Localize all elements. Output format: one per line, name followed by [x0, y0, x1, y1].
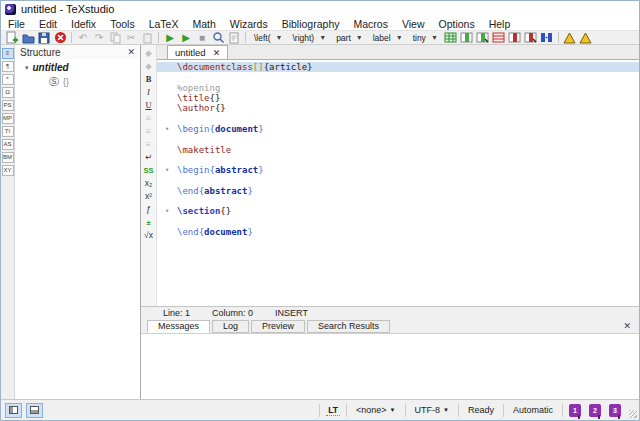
menu-math[interactable]: Math — [185, 18, 222, 30]
bottom-tab-preview[interactable]: Preview — [251, 320, 305, 333]
left-bracket-dropdown[interactable]: \left(▼ — [249, 31, 287, 44]
sidebar-tab-symbols-ps[interactable]: PS — [2, 100, 14, 111]
align-center-icon[interactable]: ≡ — [142, 125, 156, 137]
tree-item-section[interactable]: Ⓢ {} — [15, 75, 140, 89]
remove-table-column-icon[interactable] — [507, 31, 523, 45]
compile-mode-indicator[interactable]: Automatic — [510, 405, 556, 415]
encoding-dropdown[interactable]: UTF-8▼ — [412, 405, 452, 415]
bookmark-1-button[interactable]: 1 — [569, 404, 581, 417]
menu-macros[interactable]: Macros — [346, 18, 394, 30]
build-and-view-icon[interactable]: ▶ — [162, 31, 178, 45]
sidebar-tab-symbols-ti[interactable]: TI — [2, 126, 14, 137]
menu-options[interactable]: Options — [432, 18, 482, 30]
marker-next-icon[interactable]: ◆ — [142, 60, 156, 72]
sidebar-tab-symbols-most-used[interactable]: * — [2, 74, 14, 85]
fold-marker-icon[interactable]: ▾ — [157, 166, 177, 174]
paste-table-column-icon[interactable] — [475, 31, 491, 45]
sidebar-tab-symbols-greek[interactable]: Ω — [2, 87, 14, 98]
subscript-icon[interactable]: x₂ — [142, 177, 156, 189]
code-line[interactable]: ▾\section{} — [157, 206, 639, 216]
code-line[interactable]: ▾\begin{abstract} — [157, 165, 639, 175]
languagetool-indicator[interactable]: LT — [326, 405, 340, 416]
sqrt-icon[interactable]: √x — [142, 229, 156, 241]
fraction-icon[interactable]: ƒ — [142, 203, 156, 215]
code-line[interactable]: %opening — [157, 83, 639, 93]
tab-close-icon[interactable]: ✕ — [213, 48, 221, 58]
sidebar-tab-bookmarks[interactable]: ¶ — [2, 61, 14, 72]
underline-icon[interactable]: U — [142, 99, 156, 111]
bold-icon[interactable]: B — [142, 73, 156, 85]
view-icon[interactable] — [210, 31, 226, 45]
bottom-tab-messages[interactable]: Messages — [147, 320, 210, 333]
code-line[interactable] — [157, 72, 639, 82]
align-left-icon[interactable]: ≡ — [142, 112, 156, 124]
superscript-icon[interactable]: x² — [142, 190, 156, 202]
close-messages-icon[interactable]: ✕ — [623, 321, 631, 331]
cut-table-column-icon[interactable] — [523, 31, 539, 45]
code-line[interactable] — [157, 155, 639, 165]
bottom-tab-log[interactable]: Log — [212, 320, 249, 333]
code-line[interactable]: \end{abstract} — [157, 186, 639, 196]
sidebar-tab-symbols-as[interactable]: AS — [2, 139, 14, 150]
menu-edit[interactable]: Edit — [32, 18, 64, 30]
italic-icon[interactable]: I — [142, 86, 156, 98]
tree-item-root[interactable]: ▾ untitled — [15, 62, 140, 73]
undo-icon[interactable]: ↶ — [75, 31, 91, 45]
menu-latex[interactable]: LaTeX — [142, 18, 186, 30]
code-line[interactable]: \title{} — [157, 93, 639, 103]
paste-icon[interactable] — [139, 31, 155, 45]
marker-prev-icon[interactable]: ◆ — [142, 47, 156, 59]
right-bracket-dropdown[interactable]: \right)▼ — [287, 31, 331, 44]
code-line[interactable]: ▾\begin{document} — [157, 124, 639, 134]
open-file-icon[interactable] — [20, 31, 36, 45]
menu-tools[interactable]: Tools — [103, 18, 142, 30]
sidebar-tab-structure[interactable]: ≡ — [2, 48, 14, 59]
fontsize-dropdown[interactable]: tiny▼ — [408, 31, 443, 44]
code-line[interactable] — [157, 175, 639, 185]
close-icon[interactable]: ✕ — [127, 47, 135, 57]
code-line[interactable]: \author{} — [157, 103, 639, 113]
add-table-column-icon[interactable] — [459, 31, 475, 45]
prev-warning-icon[interactable] — [578, 31, 594, 45]
code-line[interactable] — [157, 113, 639, 123]
code-line[interactable] — [157, 134, 639, 144]
toggle-sidebar-button[interactable] — [5, 403, 22, 418]
toggle-bottom-panel-button[interactable] — [26, 403, 43, 418]
new-document-icon[interactable] — [4, 31, 20, 45]
code-line[interactable]: \end{document} — [157, 227, 639, 237]
bottom-tab-search-results[interactable]: Search Results — [307, 320, 390, 333]
sidebar-tab-symbols-xy[interactable]: XY — [2, 165, 14, 176]
tree-expand-icon[interactable]: ▾ — [25, 64, 29, 72]
swap-table-columns-icon[interactable] — [539, 31, 555, 45]
sidebar-tab-symbols-bm[interactable]: BM — [2, 152, 14, 163]
menu-view[interactable]: View — [395, 18, 432, 30]
resize-grip[interactable] — [629, 410, 637, 418]
linebreak-icon[interactable]: ↵ — [142, 151, 156, 163]
bookmark-2-button[interactable]: 2 — [589, 404, 601, 417]
code-line[interactable] — [157, 196, 639, 206]
fold-marker-icon[interactable]: ▾ — [157, 125, 177, 133]
save-icon[interactable] — [36, 31, 52, 45]
remove-table-row-icon[interactable] — [491, 31, 507, 45]
code-line[interactable]: \documentclass[]{article} — [157, 62, 639, 72]
menu-idefix[interactable]: Idefix — [64, 18, 103, 30]
copy-icon[interactable] — [107, 31, 123, 45]
bookmark-3-button[interactable]: 3 — [609, 404, 621, 417]
cut-icon[interactable]: ✂ — [123, 31, 139, 45]
label-dropdown[interactable]: label▼ — [368, 31, 408, 44]
code-editor[interactable]: \documentclass[]{article}%opening\title{… — [157, 60, 639, 306]
menu-file[interactable]: File — [1, 18, 32, 30]
redo-icon[interactable]: ↷ — [91, 31, 107, 45]
menu-help[interactable]: Help — [482, 18, 518, 30]
smallcaps-icon[interactable]: SS — [142, 164, 156, 176]
add-table-row-icon[interactable] — [443, 31, 459, 45]
align-right-icon[interactable]: ≡ — [142, 138, 156, 150]
code-line[interactable] — [157, 216, 639, 226]
close-document-icon[interactable] — [52, 31, 68, 45]
fold-marker-icon[interactable]: ▾ — [157, 207, 177, 215]
code-line[interactable]: \maketitle — [157, 144, 639, 154]
compile-icon[interactable]: ▶ — [178, 31, 194, 45]
view-pdf-icon[interactable] — [226, 31, 242, 45]
sectioning-dropdown[interactable]: part▼ — [331, 31, 368, 44]
menu-bibliography[interactable]: Bibliography — [275, 18, 347, 30]
